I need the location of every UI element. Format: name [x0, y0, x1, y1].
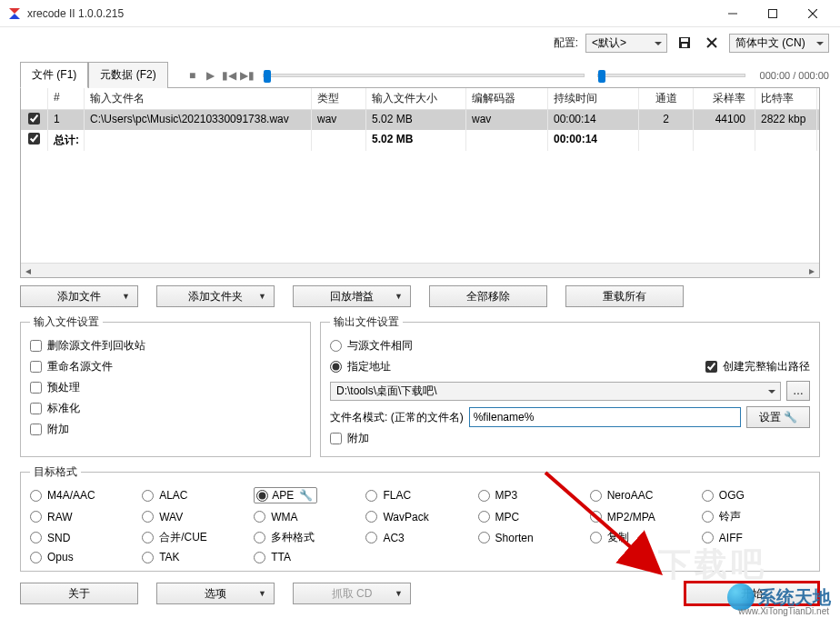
- format-radio[interactable]: [702, 490, 714, 502]
- format-tta[interactable]: TTA: [254, 551, 362, 563]
- format--[interactable]: 铃声: [702, 509, 810, 524]
- format-ape[interactable]: APE 🔧: [254, 487, 362, 503]
- format-opus[interactable]: Opus: [30, 551, 138, 563]
- format-radio[interactable]: [142, 552, 154, 563]
- add-folder-button[interactable]: 添加文件夹: [156, 285, 275, 307]
- format-radio[interactable]: [590, 511, 602, 523]
- rename-source-checkbox[interactable]: [30, 361, 42, 373]
- output-append-checkbox[interactable]: [330, 433, 342, 444]
- tab-metadata[interactable]: 元数据 (F2): [88, 62, 167, 88]
- output-path-combo[interactable]: D:\tools\桌面\下载吧\: [330, 382, 781, 401]
- scroll-right-icon[interactable]: ▸: [805, 264, 819, 277]
- format-radio[interactable]: [30, 490, 42, 502]
- format-radio[interactable]: [478, 532, 490, 543]
- maximize-button[interactable]: [753, 0, 793, 27]
- format-radio[interactable]: [256, 490, 268, 502]
- format-mp2-mpa[interactable]: MP2/MPA: [590, 509, 698, 524]
- table-row[interactable]: 1 C:\Users\pc\Music\20210330091738.wav w…: [21, 110, 819, 130]
- play-icon[interactable]: ▶: [205, 69, 217, 82]
- format-radio[interactable]: [478, 490, 490, 502]
- format-ogg[interactable]: OGG: [702, 487, 810, 503]
- next-icon[interactable]: ▶▮: [241, 69, 254, 82]
- format-wavpack[interactable]: WavPack: [365, 509, 474, 524]
- profile-combo[interactable]: <默认>: [585, 34, 667, 53]
- format-mpc[interactable]: MPC: [478, 509, 586, 524]
- format-radio[interactable]: [590, 490, 602, 502]
- reload-all-button[interactable]: 重载所有: [565, 285, 684, 307]
- grab-cd-button[interactable]: 抓取 CD: [293, 583, 411, 604]
- language-combo[interactable]: 简体中文 (CN): [729, 34, 829, 53]
- format--[interactable]: 多种格式: [254, 530, 362, 545]
- col-num[interactable]: #: [48, 88, 85, 109]
- col-insize[interactable]: 输入文件大小: [366, 88, 466, 109]
- format-wma[interactable]: WMA: [254, 509, 362, 524]
- row-checkbox[interactable]: [28, 113, 40, 125]
- col-samplerate[interactable]: 采样率: [694, 88, 755, 109]
- add-file-button[interactable]: 添加文件: [20, 285, 138, 307]
- same-as-source-radio[interactable]: [330, 340, 342, 352]
- format-radio[interactable]: [30, 511, 42, 523]
- format--[interactable]: 复制: [590, 530, 698, 545]
- col-duration[interactable]: 持续时间: [548, 88, 639, 109]
- filename-pattern-input[interactable]: [469, 407, 741, 427]
- format-radio[interactable]: [254, 552, 265, 563]
- scroll-left-icon[interactable]: ◂: [21, 264, 35, 277]
- save-profile-icon[interactable]: [675, 34, 695, 53]
- specified-path-radio[interactable]: [330, 361, 342, 373]
- about-button[interactable]: 关于: [20, 583, 138, 604]
- format-radio[interactable]: [365, 532, 377, 543]
- options-button[interactable]: 选项: [156, 583, 275, 604]
- col-codec[interactable]: 编解码器: [466, 88, 548, 109]
- normalize-checkbox[interactable]: [30, 403, 42, 414]
- format-ac3[interactable]: AC3: [365, 530, 474, 545]
- format-radio[interactable]: [478, 511, 490, 523]
- format-radio[interactable]: [702, 532, 714, 543]
- format-alac[interactable]: ALAC: [142, 487, 250, 503]
- col-channels[interactable]: 通道: [639, 88, 694, 109]
- tab-files[interactable]: 文件 (F1): [20, 62, 88, 88]
- format-flac[interactable]: FLAC: [365, 487, 474, 503]
- close-button[interactable]: [793, 0, 833, 27]
- format-radio[interactable]: [30, 532, 42, 543]
- col-bitrate[interactable]: 比特率: [755, 88, 817, 109]
- prev-icon[interactable]: ▮◀: [223, 69, 235, 82]
- volume-slider[interactable]: [597, 74, 745, 77]
- format-m4a-aac[interactable]: M4A/AAC: [30, 487, 138, 503]
- horizontal-scrollbar[interactable]: ◂ ▸: [21, 263, 819, 277]
- browse-path-button[interactable]: …: [786, 381, 810, 401]
- remove-all-button[interactable]: 全部移除: [429, 285, 547, 307]
- format-radio[interactable]: [254, 532, 265, 543]
- format-radio[interactable]: [142, 490, 154, 502]
- format-aiff[interactable]: AIFF: [702, 530, 810, 545]
- minimize-button[interactable]: [713, 0, 753, 27]
- format-radio[interactable]: [590, 532, 602, 543]
- total-checkbox[interactable]: [28, 133, 40, 145]
- col-filename[interactable]: 输入文件名: [85, 88, 312, 109]
- create-full-path-checkbox[interactable]: [705, 361, 717, 373]
- format-neroaac[interactable]: NeroAAC: [590, 487, 698, 503]
- format-radio[interactable]: [365, 490, 377, 502]
- seek-slider[interactable]: [263, 74, 585, 77]
- format-radio[interactable]: [30, 552, 42, 563]
- stop-icon[interactable]: ■: [186, 69, 199, 82]
- col-checkbox[interactable]: [21, 88, 48, 109]
- format-shorten[interactable]: Shorten: [478, 530, 586, 545]
- format-snd[interactable]: SND: [30, 530, 138, 545]
- format-tak[interactable]: TAK: [142, 551, 250, 563]
- format-mp3[interactable]: MP3: [478, 487, 586, 503]
- delete-to-recycle-checkbox[interactable]: [30, 340, 42, 352]
- format-wav[interactable]: WAV: [142, 509, 250, 524]
- preprocess-checkbox[interactable]: [30, 382, 42, 394]
- format-radio[interactable]: [365, 511, 377, 523]
- format--cue[interactable]: 合并/CUE: [142, 530, 250, 545]
- format-radio[interactable]: [142, 511, 154, 523]
- col-type[interactable]: 类型: [312, 88, 366, 109]
- input-append-checkbox[interactable]: [30, 424, 42, 435]
- delete-profile-icon[interactable]: [702, 34, 722, 53]
- pattern-settings-button[interactable]: 设置 🔧: [746, 406, 810, 428]
- format-radio[interactable]: [142, 532, 154, 543]
- format-raw[interactable]: RAW: [30, 509, 138, 524]
- format-radio[interactable]: [702, 511, 714, 523]
- format-radio[interactable]: [254, 511, 265, 523]
- replay-gain-button[interactable]: 回放增益: [293, 285, 411, 307]
